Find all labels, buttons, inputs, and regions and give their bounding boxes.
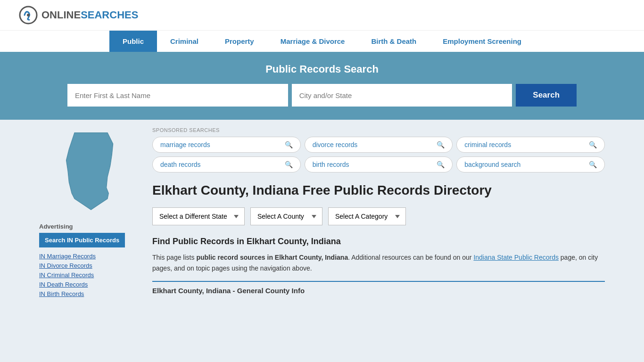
search-icon: 🔍	[437, 141, 445, 148]
state-dropdown[interactable]: Select a Different State	[152, 207, 245, 225]
in-birth-link[interactable]: IN Birth Records	[39, 290, 84, 297]
sponsored-item-death[interactable]: death records 🔍	[152, 156, 301, 173]
nav-employment[interactable]: Employment Screening	[429, 31, 535, 52]
list-item: IN Criminal Records	[39, 271, 143, 279]
sponsored-label: SPONSORED SEARCHES	[152, 127, 605, 133]
logo-icon	[19, 6, 38, 25]
sponsored-grid: marriage records 🔍 divorce records 🔍 cri…	[152, 137, 605, 173]
indiana-map	[58, 127, 124, 215]
category-dropdown[interactable]: Select A Category	[328, 207, 406, 225]
search-icon: 🔍	[589, 161, 597, 168]
find-description: This page lists public record sources in…	[152, 252, 605, 273]
nav-property[interactable]: Property	[212, 31, 267, 52]
main-nav: Public Criminal Property Marriage & Divo…	[0, 30, 644, 52]
list-item: IN Death Records	[39, 280, 143, 288]
logo: ONLINESEARCHES	[19, 6, 138, 25]
sponsored-item-divorce[interactable]: divorce records 🔍	[305, 137, 453, 153]
list-item: IN Marriage Records	[39, 252, 143, 260]
name-input[interactable]	[67, 84, 288, 107]
list-item: IN Birth Records	[39, 290, 143, 297]
county-dropdown[interactable]: Select A County	[250, 207, 322, 225]
in-criminal-link[interactable]: IN Criminal Records	[39, 272, 94, 279]
sponsored-item-marriage[interactable]: marriage records 🔍	[152, 137, 301, 153]
sidebar-links: IN Marriage Records IN Divorce Records I…	[39, 252, 143, 297]
sponsored-item-background[interactable]: background search 🔍	[456, 156, 605, 173]
advertising-label: Advertising	[39, 223, 143, 230]
main-container: Advertising Search IN Public Records IN …	[30, 120, 614, 307]
hero-title: Public Records Search	[19, 63, 625, 75]
in-death-link[interactable]: IN Death Records	[39, 281, 88, 288]
search-in-records-button[interactable]: Search IN Public Records	[39, 233, 125, 247]
search-bar: Search	[67, 84, 577, 107]
search-button[interactable]: Search	[516, 84, 577, 107]
logo-text: ONLINESEARCHES	[41, 9, 138, 21]
search-icon: 🔍	[285, 141, 293, 148]
dropdowns-row: Select a Different State Select A County…	[152, 207, 605, 225]
hero-section: Public Records Search Search	[0, 52, 644, 120]
find-title: Find Public Records in Elkhart County, I…	[152, 237, 605, 247]
nav-marriage-divorce[interactable]: Marriage & Divorce	[267, 31, 358, 52]
search-icon: 🔍	[437, 161, 445, 168]
sponsored-item-criminal[interactable]: criminal records 🔍	[456, 137, 605, 153]
location-input[interactable]	[292, 84, 512, 107]
search-icon: 🔍	[589, 141, 597, 148]
sponsored-item-birth[interactable]: birth records 🔍	[305, 156, 453, 173]
in-divorce-link[interactable]: IN Divorce Records	[39, 262, 92, 269]
nav-birth-death[interactable]: Birth & Death	[358, 31, 429, 52]
county-info-header: Elkhart County, Indiana - General County…	[152, 281, 605, 295]
nav-criminal[interactable]: Criminal	[157, 31, 212, 52]
page-title: Elkhart County, Indiana Free Public Reco…	[152, 182, 605, 199]
svg-point-1	[27, 14, 30, 16]
content-area: SPONSORED SEARCHES marriage records 🔍 di…	[152, 127, 605, 299]
nav-public[interactable]: Public	[109, 31, 157, 52]
sidebar: Advertising Search IN Public Records IN …	[39, 127, 143, 299]
list-item: IN Divorce Records	[39, 262, 143, 269]
in-marriage-link[interactable]: IN Marriage Records	[39, 253, 96, 260]
header: ONLINESEARCHES	[0, 0, 644, 30]
indiana-state-link[interactable]: Indiana State Public Records	[473, 254, 559, 261]
search-icon: 🔍	[285, 161, 293, 168]
